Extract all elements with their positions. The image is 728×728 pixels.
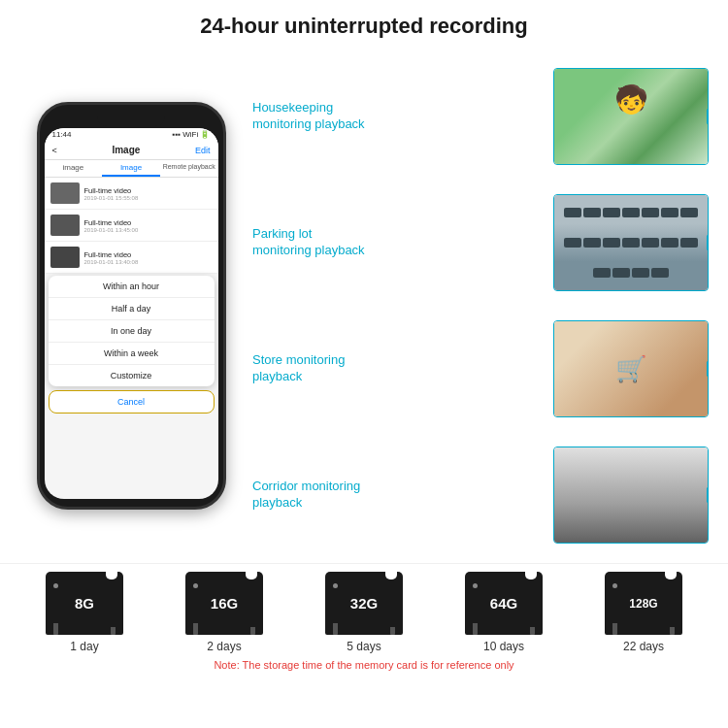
video-thumbnail xyxy=(50,215,80,236)
sd-notch xyxy=(246,572,257,579)
storage-section: 8G 1 day 16G 2 days 32G 5 days xyxy=(0,563,728,676)
days-128g: 22 days xyxy=(623,640,664,653)
sd-dot xyxy=(193,583,198,588)
phone-status-bar: 11:44 ▪▪▪ WiFi 🔋 xyxy=(45,128,218,141)
item-title: Full-time video xyxy=(84,250,139,259)
monitoring-housekeeping-row: Housekeepingmonitoring playback xyxy=(252,68,709,165)
video-thumbnail xyxy=(50,182,80,204)
store-photo: 🛒 xyxy=(554,321,708,416)
list-item-text: Full-time video 2019-01-01 15:55:08 xyxy=(84,186,139,201)
phone-dropdown: Within an hour Half a day In one day Wit… xyxy=(49,276,215,386)
sd-notch xyxy=(106,572,117,579)
sd-dot xyxy=(333,583,338,588)
phone-tab-image2[interactable]: Image xyxy=(102,160,160,177)
phone-signal: ▪▪▪ WiFi 🔋 xyxy=(173,130,211,139)
page-title: 24-hour uninterrupted recording xyxy=(0,0,728,49)
dropdown-one-day[interactable]: In one day xyxy=(49,320,215,343)
sd-notch xyxy=(525,572,537,579)
storage-cards: 8G 1 day 16G 2 days 32G 5 days xyxy=(15,572,713,653)
housekeeping-image xyxy=(553,68,709,165)
item-date: 2019-01-01 13:45:00 xyxy=(84,227,139,233)
list-item-text: Full-time video 2019-01-01 13:45:00 xyxy=(84,218,139,233)
days-8g: 1 day xyxy=(70,640,98,653)
list-item: Full-time video 2019-01-01 13:45:00 xyxy=(45,210,218,242)
store-image: 🛒 xyxy=(553,320,709,417)
sd-card-8g: 8G xyxy=(46,572,123,635)
sd-size-128g: 128G xyxy=(629,597,657,611)
phone-section: 11:44 ▪▪▪ WiFi 🔋 < Image Edit image Imag… xyxy=(19,49,243,563)
phone-edit[interactable]: Edit xyxy=(195,146,211,155)
phone-nav-title: Image xyxy=(112,145,140,155)
phone-tab-image[interactable]: image xyxy=(45,160,103,177)
sd-size-16g: 16G xyxy=(211,595,238,612)
sd-card-16g: 16G xyxy=(185,572,263,635)
phone-back[interactable]: < xyxy=(52,146,57,155)
sd-size-8g: 8G xyxy=(75,595,94,612)
item-date: 2019-01-01 15:55:08 xyxy=(84,195,139,201)
phone-time: 11:44 xyxy=(52,130,72,139)
parking-label: Parking lotmonitoring playback xyxy=(252,226,546,259)
storage-card-16g: 16G 2 days xyxy=(185,572,263,653)
video-thumbnail xyxy=(50,247,80,268)
item-date: 2019-01-01 13:40:08 xyxy=(84,259,139,265)
monitoring-store-row: Store monitoringplayback 🛒 xyxy=(252,320,709,417)
storage-card-32g: 32G 5 days xyxy=(325,572,403,653)
sd-card-64g: 64G xyxy=(465,572,543,635)
phone-screen: 11:44 ▪▪▪ WiFi 🔋 < Image Edit image Imag… xyxy=(45,128,218,499)
sd-notch xyxy=(665,572,677,579)
item-title: Full-time video xyxy=(84,186,139,195)
monitoring-corridor-row: Corridor monitoringplayback xyxy=(252,447,709,544)
dropdown-within-hour[interactable]: Within an hour xyxy=(49,276,215,298)
monitoring-section: Housekeepingmonitoring playback Parking … xyxy=(252,49,709,563)
housekeeping-photo xyxy=(554,69,708,164)
corridor-image xyxy=(553,447,709,544)
corridor-label: Corridor monitoringplayback xyxy=(252,479,546,512)
monitoring-parking-row: Parking lotmonitoring playback xyxy=(252,194,709,291)
dropdown-cancel[interactable]: Cancel xyxy=(49,390,215,414)
list-item: Full-time video 2019-01-01 13:40:08 xyxy=(45,242,218,274)
sd-dot xyxy=(473,583,478,588)
dropdown-customize[interactable]: Customize xyxy=(49,365,215,386)
dropdown-half-day[interactable]: Half a day xyxy=(49,298,215,320)
sd-card-128g: 128G xyxy=(605,572,682,635)
parking-image xyxy=(553,194,709,291)
days-64g: 10 days xyxy=(483,640,524,653)
phone-tab-remote[interactable]: Remote playback xyxy=(160,160,218,177)
phone-notch xyxy=(97,113,165,126)
list-item-text: Full-time video 2019-01-01 13:40:08 xyxy=(84,250,139,265)
sd-size-32g: 32G xyxy=(350,595,378,612)
storage-card-64g: 64G 10 days xyxy=(465,572,543,653)
sd-notch xyxy=(385,572,397,579)
corridor-photo xyxy=(554,447,708,543)
phone-tabs: image Image Remote playback xyxy=(45,160,218,178)
phone-nav-bar: < Image Edit xyxy=(45,141,218,160)
item-title: Full-time video xyxy=(84,218,139,227)
sd-dot xyxy=(612,583,617,588)
store-label: Store monitoringplayback xyxy=(252,352,546,385)
storage-note: Note: The storage time of the memory car… xyxy=(15,657,713,671)
days-32g: 5 days xyxy=(347,640,381,653)
sd-size-64g: 64G xyxy=(490,595,517,612)
dropdown-week[interactable]: Within a week xyxy=(49,343,215,365)
phone-mockup: 11:44 ▪▪▪ WiFi 🔋 < Image Edit image Imag… xyxy=(37,102,226,510)
sd-card-32g: 32G xyxy=(325,572,403,635)
days-16g: 2 days xyxy=(207,640,241,653)
storage-card-8g: 8G 1 day xyxy=(46,572,123,653)
parking-photo xyxy=(554,195,708,290)
housekeeping-label: Housekeepingmonitoring playback xyxy=(252,100,546,133)
list-item: Full-time video 2019-01-01 15:55:08 xyxy=(45,178,218,210)
sd-dot xyxy=(53,583,58,588)
main-content: 11:44 ▪▪▪ WiFi 🔋 < Image Edit image Imag… xyxy=(0,49,728,563)
storage-card-128g: 128G 22 days xyxy=(605,572,682,653)
